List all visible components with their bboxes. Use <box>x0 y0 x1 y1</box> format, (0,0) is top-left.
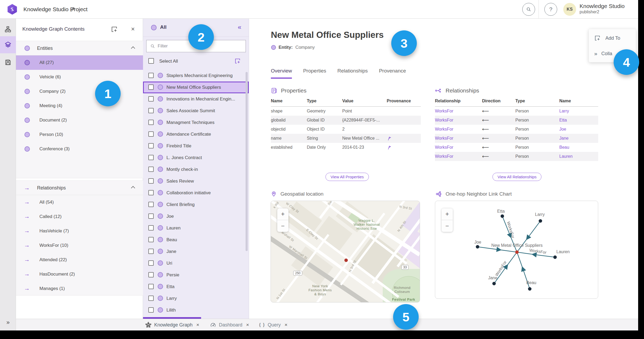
list-item[interactable]: Staplers Mechanical Engineering <box>143 70 249 82</box>
save-icon[interactable] <box>0 54 16 71</box>
relationship-type-item[interactable]: → HasDocument (2) <box>16 267 143 281</box>
item-checkbox[interactable] <box>148 190 154 195</box>
item-checkbox[interactable] <box>148 108 154 113</box>
entities-section-header[interactable]: Entities <box>16 41 143 55</box>
item-checkbox[interactable] <box>148 225 154 231</box>
center-node[interactable] <box>515 251 519 254</box>
relationship-type-item[interactable]: → HasVehicle (7) <box>16 224 143 238</box>
item-checkbox[interactable] <box>148 155 154 160</box>
entity-type-item[interactable]: Document (2) <box>16 113 143 127</box>
item-checkbox[interactable] <box>148 296 154 301</box>
entity-type-item[interactable]: Person (10) <box>16 127 143 142</box>
item-checkbox[interactable] <box>148 143 154 148</box>
add-to-new-icon[interactable] <box>111 26 118 33</box>
list-item[interactable]: Persie <box>143 269 249 281</box>
entity-type-item[interactable]: All (27) <box>16 55 143 70</box>
table-row[interactable]: WorksFor ⟵ Person Beau <box>435 143 598 152</box>
list-item[interactable]: Attendance Certificate <box>143 128 249 140</box>
list-item[interactable]: Montly check-in <box>143 164 249 175</box>
table-row[interactable]: WorksFor ⟵ Person Joe <box>435 125 598 134</box>
help-button[interactable]: ? <box>544 3 557 16</box>
layers-tool[interactable] <box>0 36 16 53</box>
list-item[interactable]: Sales Associate Summit <box>143 105 249 117</box>
close-tab-icon[interactable]: × <box>196 322 199 328</box>
list-item[interactable]: Firebird Title <box>143 140 249 152</box>
list-item[interactable]: New Metal Office Suppliers <box>143 82 249 93</box>
entity-type-item[interactable]: Meeting (4) <box>16 99 143 113</box>
item-checkbox[interactable] <box>148 260 154 266</box>
list-item[interactable]: Joe <box>143 211 249 222</box>
list-item[interactable]: Lilith <box>143 304 249 316</box>
zoom-out-button[interactable]: − <box>277 220 288 232</box>
detail-tab[interactable]: Properties <box>303 68 326 79</box>
tab-dashboard[interactable]: Dashboard × <box>210 319 249 330</box>
add-to-menu-item[interactable]: Add To <box>589 32 636 44</box>
table-row[interactable]: shape Geometry Point <box>271 107 421 116</box>
expand-rail-icon[interactable]: » <box>0 317 16 328</box>
zoom-in-button[interactable]: + <box>277 208 288 220</box>
relationship-type-item[interactable]: → All (54) <box>16 195 143 209</box>
item-checkbox[interactable] <box>148 272 154 277</box>
list-scrollbar[interactable] <box>246 72 248 251</box>
add-to-selection-icon[interactable] <box>234 58 241 64</box>
relationship-type-item[interactable]: → Called (12) <box>16 209 143 224</box>
item-checkbox[interactable] <box>148 213 154 219</box>
relationships-section-header[interactable]: → Relationships <box>16 181 143 195</box>
list-item[interactable]: Lauren <box>143 222 249 234</box>
list-item[interactable]: Uri <box>143 257 249 269</box>
table-row[interactable]: WorksFor ⟵ Person Larry <box>435 107 598 116</box>
collapse-panel-icon[interactable]: « <box>238 23 241 31</box>
tab-query[interactable]: { } Query × <box>259 319 287 330</box>
table-row[interactable]: WorksFor ⟵ Person Lauren <box>435 152 598 161</box>
detail-tab[interactable]: Provenance <box>379 68 406 79</box>
view-all-relationships-button[interactable]: View All Relationships <box>492 173 541 181</box>
table-row[interactable]: globalid Global ID {A228944F-0EF5-... <box>271 116 421 125</box>
item-checkbox[interactable] <box>148 178 154 184</box>
zoom-in-button[interactable]: + <box>442 208 453 220</box>
item-checkbox[interactable] <box>148 307 154 313</box>
user-info[interactable]: Knowledge Studio publisher2 <box>580 3 625 14</box>
close-panel-icon[interactable]: × <box>129 25 137 33</box>
close-tab-icon[interactable]: × <box>284 322 287 328</box>
table-row[interactable]: name String New Metal Office ... <box>271 134 421 143</box>
table-row[interactable]: established Date Only 2014-01-23 <box>271 143 421 152</box>
map[interactable]: k Rd W Clay St Sal Maggie L. Walker Nati… <box>271 201 420 302</box>
relationship-type-item[interactable]: → WorksFor (10) <box>16 238 143 253</box>
list-item[interactable]: Etta <box>143 281 249 293</box>
item-checkbox[interactable] <box>148 237 154 242</box>
relationship-type-item[interactable]: → Manages (1) <box>16 281 143 296</box>
list-item[interactable]: Collaboration initiative <box>143 187 249 199</box>
chevron-up-icon[interactable] <box>131 46 135 51</box>
search-button[interactable] <box>522 3 535 16</box>
data-model-icon[interactable] <box>0 21 16 38</box>
entity-type-item[interactable]: Conference (3) <box>16 142 143 156</box>
item-checkbox[interactable] <box>148 202 154 207</box>
entity-type-item[interactable]: Vehicle (6) <box>16 70 143 84</box>
list-item[interactable]: Managment Techniques <box>143 117 249 128</box>
table-row[interactable]: WorksFor ⟵ Person Jane <box>435 134 598 143</box>
item-checkbox[interactable] <box>148 167 154 172</box>
item-checkbox[interactable] <box>148 284 154 289</box>
relationship-type-item[interactable]: → Attended (22) <box>16 253 143 267</box>
link-chart[interactable]: Etta Larry Joe Lauren Jane Beau New Meta… <box>435 201 598 299</box>
list-item[interactable]: Jane <box>143 246 249 257</box>
view-all-properties-button[interactable]: View All Properties <box>325 173 369 181</box>
detail-tab[interactable]: Relationships <box>337 68 368 79</box>
list-item[interactable]: Beau <box>143 234 249 246</box>
item-checkbox[interactable] <box>148 131 154 137</box>
table-row[interactable]: WorksFor ⟵ Person Etta <box>435 116 598 125</box>
avatar[interactable]: KS <box>563 3 576 16</box>
list-item[interactable]: Innovations in Mechanical Engin... <box>143 93 249 105</box>
close-tab-icon[interactable]: × <box>246 322 249 328</box>
list-item[interactable]: L. Jones Contract <box>143 152 249 164</box>
tab-knowledge-graph[interactable]: Knowledge Graph × <box>145 319 199 330</box>
item-checkbox[interactable] <box>148 84 154 90</box>
list-item[interactable]: Larry <box>143 293 249 304</box>
table-row[interactable]: objectid Object ID 2 <box>271 125 421 134</box>
chevron-up-icon[interactable] <box>131 186 135 190</box>
entity-type-item[interactable]: Company (2) <box>16 84 143 99</box>
edit-title-icon[interactable] <box>70 6 76 12</box>
detail-tab[interactable]: Overview <box>271 68 292 79</box>
item-checkbox[interactable] <box>148 96 154 102</box>
provenance-flag-icon[interactable] <box>387 145 421 150</box>
